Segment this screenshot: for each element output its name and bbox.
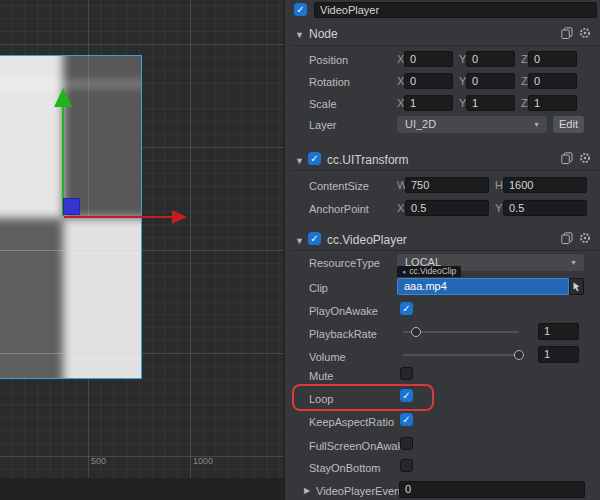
property-label-scale: Scale <box>309 97 337 111</box>
axis-y-label: Y <box>495 200 502 216</box>
clip-type-label: cc.VideoClip <box>409 266 456 276</box>
videoplayerevent-count-input[interactable]: 0 <box>399 481 585 498</box>
ruler-label-1000: 1000 <box>193 456 213 466</box>
scene-view[interactable]: 500 1000 动画编辑器 <box>0 0 284 478</box>
position-x-input[interactable]: 0 <box>404 51 453 67</box>
property-label-rotation: Rotation <box>309 75 350 89</box>
volume-slider[interactable] <box>403 349 519 360</box>
property-label-layer: Layer <box>309 118 337 132</box>
clip-asset-field[interactable]: aaa.mp4 <box>397 278 569 295</box>
grid-line <box>0 353 141 354</box>
expand-arrow-icon[interactable]: ▶ <box>304 484 310 498</box>
checkmark-icon: ✓ <box>309 153 320 164</box>
property-label-videoplayerevent: VideoPlayerEvent <box>316 484 403 498</box>
stayonbottom-checkbox[interactable]: ✓ <box>400 459 413 472</box>
grid-line <box>0 250 141 251</box>
anchorpoint-x-input[interactable]: 0.5 <box>405 200 489 216</box>
property-label-contentsize: ContentSize <box>309 179 369 193</box>
pages-icon[interactable] <box>561 152 573 164</box>
position-z-input[interactable]: 0 <box>528 51 577 67</box>
pages-icon[interactable] <box>561 232 573 244</box>
checkmark-icon: ✓ <box>309 233 320 244</box>
checkmark-icon: ✓ <box>295 4 306 15</box>
ruler-label-500: 500 <box>91 456 106 466</box>
gear-icon[interactable] <box>579 152 591 164</box>
chevron-down-icon: ▼ <box>570 254 577 271</box>
property-label-fullscreenonawake: FullScreenOnAwake <box>309 439 409 453</box>
pages-icon[interactable] <box>561 27 573 39</box>
layer-dropdown[interactable]: UI_2D ▼ <box>397 116 547 133</box>
playbackrate-input[interactable]: 1 <box>538 323 579 340</box>
property-label-position: Position <box>309 53 348 67</box>
section-title-videoplayer[interactable]: cc.VideoPlayer <box>327 233 407 247</box>
slider-knob[interactable] <box>411 327 421 337</box>
loop-checkbox[interactable]: ✓ <box>400 389 413 402</box>
editor-window: 500 1000 动画编辑器 ✓ VideoPlayer ▼ Node <box>0 0 600 500</box>
checkmark-icon: ✓ <box>401 414 412 425</box>
property-label-resourcetype: ResourceType <box>309 256 380 270</box>
gear-icon[interactable] <box>579 232 591 244</box>
uitransform-enabled-checkbox[interactable]: ✓ <box>308 152 321 165</box>
playonawake-checkbox[interactable]: ✓ <box>400 302 413 315</box>
asset-type-dot-icon: ● <box>402 268 406 275</box>
property-label-anchorpoint: AnchorPoint <box>309 202 369 216</box>
axis-z-label: Z <box>521 51 528 67</box>
collapse-arrow-icon[interactable]: ▼ <box>295 234 304 248</box>
axis-z-label: Z <box>521 73 528 89</box>
scale-y-input[interactable]: 1 <box>466 95 515 111</box>
gear-icon[interactable] <box>579 27 591 39</box>
gizmo-origin-handle[interactable] <box>63 198 80 215</box>
mute-checkbox[interactable]: ✓ <box>400 367 413 380</box>
property-label-keepaspectratio: KeepAspectRatio <box>309 415 394 429</box>
axis-z-label: Z <box>521 95 528 111</box>
inspector-panel: ✓ VideoPlayer ▼ Node Position X 0 Y 0 Z … <box>284 0 600 500</box>
section-title-uitransform[interactable]: cc.UITransform <box>327 153 409 167</box>
contentsize-w-input[interactable]: 750 <box>405 177 489 193</box>
gizmo-x-axis-arrow-icon[interactable] <box>172 210 187 224</box>
checkmark-icon: ✓ <box>401 390 412 401</box>
layer-value: UI_2D <box>405 118 436 130</box>
playbackrate-slider[interactable] <box>403 326 519 337</box>
cursor-select-icon <box>572 282 581 292</box>
axis-x-label: X <box>397 200 404 216</box>
node-name-input[interactable]: VideoPlayer <box>314 2 597 18</box>
rotation-z-input[interactable]: 0 <box>528 73 577 89</box>
section-title-node[interactable]: Node <box>309 27 338 41</box>
checkmark-icon: ✓ <box>401 303 412 314</box>
rotation-y-input[interactable]: 0 <box>466 73 515 89</box>
property-label-stayonbottom: StayOnBottom <box>309 461 381 475</box>
slider-knob[interactable] <box>514 350 524 360</box>
clip-type-tag: ●cc.VideoClip <box>397 266 461 277</box>
rotation-x-input[interactable]: 0 <box>404 73 453 89</box>
fullscreenonawake-checkbox[interactable]: ✓ <box>400 437 413 450</box>
gizmo-x-axis[interactable] <box>64 216 174 218</box>
videoplayer-enabled-checkbox[interactable]: ✓ <box>308 232 321 245</box>
collapse-arrow-icon[interactable]: ▼ <box>295 154 304 168</box>
collapse-arrow-icon[interactable]: ▼ <box>295 28 304 42</box>
property-label-volume: Volume <box>309 350 346 364</box>
property-label-playonawake: PlayOnAwake <box>309 304 378 318</box>
contentsize-h-input[interactable]: 1600 <box>503 177 587 193</box>
property-label-playbackrate: PlaybackRate <box>309 327 377 341</box>
clip-select-button[interactable] <box>569 278 584 295</box>
property-label-clip: Clip <box>309 281 328 295</box>
layer-edit-button[interactable]: Edit <box>553 116 584 133</box>
anchorpoint-y-input[interactable]: 0.5 <box>503 200 587 216</box>
keepaspectratio-checkbox[interactable]: ✓ <box>400 413 413 426</box>
axis-h-label: H <box>495 177 503 193</box>
node-enabled-checkbox[interactable]: ✓ <box>294 3 307 16</box>
property-label-mute: Mute <box>309 369 333 383</box>
chevron-down-icon: ▼ <box>533 116 540 133</box>
scale-z-input[interactable]: 1 <box>528 95 577 111</box>
scale-x-input[interactable]: 1 <box>404 95 453 111</box>
gizmo-y-axis-arrow-icon[interactable] <box>54 88 72 107</box>
property-label-loop: Loop <box>309 392 333 406</box>
position-y-input[interactable]: 0 <box>466 51 515 67</box>
volume-input[interactable]: 1 <box>538 346 579 363</box>
